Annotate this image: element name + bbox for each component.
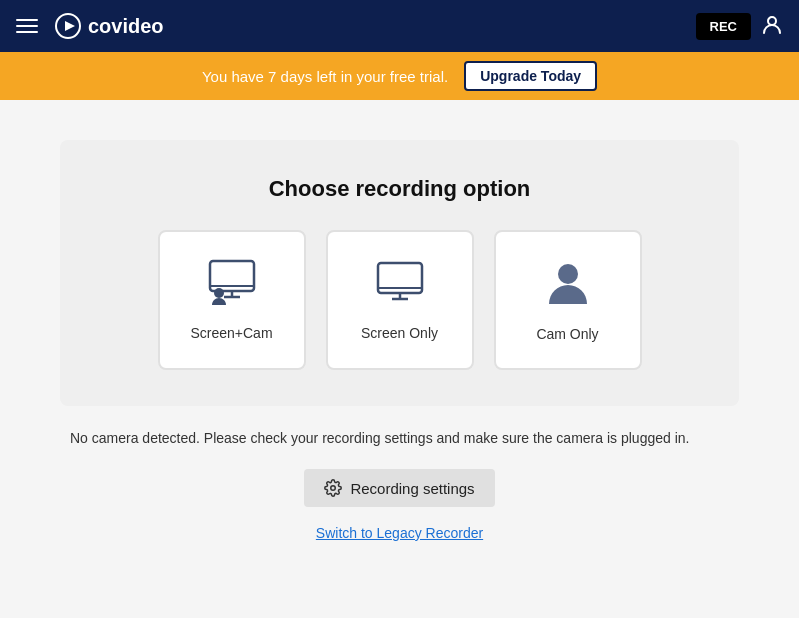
header: covideo REC bbox=[0, 0, 799, 52]
upgrade-button[interactable]: Upgrade Today bbox=[464, 61, 597, 91]
logo: covideo bbox=[54, 12, 164, 40]
header-left: covideo bbox=[16, 12, 164, 40]
option-cam-only[interactable]: Cam Only bbox=[494, 230, 642, 370]
screen-only-label: Screen Only bbox=[361, 325, 438, 341]
screen-cam-label: Screen+Cam bbox=[190, 325, 272, 341]
option-screen-cam[interactable]: Screen+Cam bbox=[158, 230, 306, 370]
screen-only-icon bbox=[370, 259, 430, 311]
cam-only-icon bbox=[543, 258, 593, 312]
recording-settings-label: Recording settings bbox=[350, 480, 474, 497]
svg-marker-1 bbox=[65, 21, 75, 31]
camera-warning: No camera detected. Please check your re… bbox=[60, 428, 739, 449]
recording-settings-button[interactable]: Recording settings bbox=[304, 469, 494, 507]
gear-icon bbox=[324, 479, 342, 497]
rec-button[interactable]: REC bbox=[696, 13, 751, 40]
logo-text: covideo bbox=[88, 15, 164, 38]
covideo-logo-icon bbox=[54, 12, 82, 40]
trial-banner: You have 7 days left in your free trial.… bbox=[0, 52, 799, 100]
svg-point-7 bbox=[214, 288, 224, 298]
option-screen-only[interactable]: Screen Only bbox=[326, 230, 474, 370]
legacy-recorder-link[interactable]: Switch to Legacy Recorder bbox=[60, 525, 739, 541]
svg-point-12 bbox=[558, 264, 578, 284]
screen-cam-icon bbox=[202, 259, 262, 311]
trial-message: You have 7 days left in your free trial. bbox=[202, 68, 448, 85]
options-row: Screen+Cam Screen Only bbox=[90, 230, 709, 370]
menu-button[interactable] bbox=[16, 19, 38, 33]
card-title: Choose recording option bbox=[90, 176, 709, 202]
user-icon[interactable] bbox=[761, 13, 783, 40]
recording-option-card: Choose recording option Scr bbox=[60, 140, 739, 406]
svg-point-2 bbox=[768, 17, 776, 25]
cam-only-label: Cam Only bbox=[536, 326, 598, 342]
header-right: REC bbox=[696, 13, 783, 40]
main-content: Choose recording option Scr bbox=[0, 100, 799, 571]
